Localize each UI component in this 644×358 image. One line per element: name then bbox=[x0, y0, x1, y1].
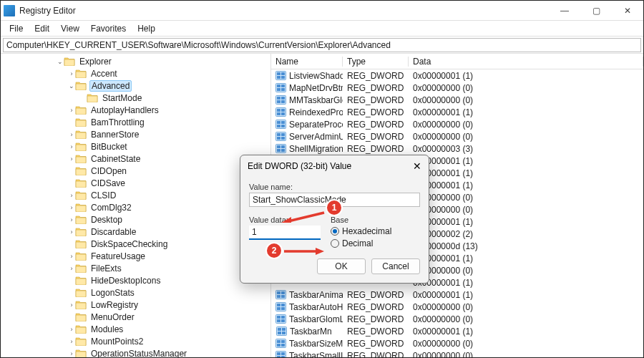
tree-item-label: Desktop bbox=[89, 215, 124, 225]
value-row[interactable]: ServerAdminUIREG_DWORD0x00000000 (0) bbox=[271, 130, 643, 142]
tree-item[interactable]: ›ComDlg32 bbox=[1, 201, 270, 213]
tree-item[interactable]: StartMode bbox=[1, 92, 270, 104]
value-row[interactable]: ListviewShadowREG_DWORD0x00000001 (1) bbox=[271, 69, 643, 82]
reg-value-icon bbox=[275, 339, 286, 349]
svg-rect-32 bbox=[281, 145, 285, 148]
menu-view[interactable]: View bbox=[57, 22, 84, 35]
value-data: 0x00000000 (0) bbox=[409, 193, 643, 203]
tree-item[interactable]: ›Discardable bbox=[1, 226, 270, 238]
tree-item-label: OperationStatusManager bbox=[89, 349, 188, 358]
menu-file[interactable]: File bbox=[5, 22, 27, 35]
close-button[interactable]: ✕ bbox=[612, 1, 643, 20]
chevron-down-icon[interactable]: ⌄ bbox=[68, 82, 75, 90]
minimize-button[interactable]: — bbox=[549, 1, 580, 20]
chevron-right-icon[interactable]: › bbox=[68, 155, 75, 163]
folder-icon bbox=[75, 130, 87, 139]
reg-value-icon bbox=[275, 144, 286, 154]
dialog-close-button[interactable]: ✕ bbox=[413, 160, 421, 172]
tree-item[interactable]: ›AutoplayHandlers bbox=[1, 104, 270, 116]
tree-item-label: FeatureUsage bbox=[89, 251, 147, 261]
value-type: REG_DWORD bbox=[343, 302, 409, 312]
address-input[interactable] bbox=[3, 38, 641, 52]
col-type[interactable]: Type bbox=[343, 57, 409, 67]
radio-decimal[interactable]: Decimal bbox=[331, 238, 391, 248]
chevron-right-icon[interactable]: › bbox=[68, 265, 75, 272]
chevron-right-icon[interactable]: › bbox=[68, 301, 75, 309]
chevron-right-icon[interactable]: › bbox=[68, 216, 75, 223]
chevron-right-icon[interactable]: › bbox=[68, 204, 75, 211]
tree-item[interactable]: ›Accent bbox=[1, 67, 270, 79]
chevron-right-icon[interactable]: › bbox=[68, 143, 75, 150]
menu-favorites[interactable]: Favorites bbox=[87, 22, 130, 35]
tree-item[interactable]: ›Modules bbox=[1, 323, 270, 335]
tree-item-label: CIDSave bbox=[89, 178, 127, 188]
tree-item[interactable]: HideDesktopIcons bbox=[1, 274, 270, 286]
folder-icon bbox=[75, 178, 87, 188]
chevron-right-icon[interactable]: › bbox=[68, 326, 75, 333]
chevron-right-icon[interactable]: › bbox=[68, 107, 75, 114]
tree-item[interactable]: BamThrottling bbox=[1, 116, 270, 128]
value-row[interactable]: TaskbarSmallIconsREG_DWORD0x00000000 (0) bbox=[271, 349, 643, 357]
svg-rect-48 bbox=[277, 295, 280, 298]
value-row[interactable]: TaskbarMnREG_DWORD0x00000001 (1) bbox=[271, 325, 643, 337]
radio-hexadecimal[interactable]: Hexadecimal bbox=[331, 226, 391, 236]
value-row[interactable]: MapNetDrvBtnREG_DWORD0x00000000 (0) bbox=[271, 82, 643, 94]
tree-item-label: Accent bbox=[89, 69, 119, 79]
chevron-right-icon[interactable]: › bbox=[68, 338, 75, 345]
svg-rect-2 bbox=[281, 72, 285, 75]
svg-rect-52 bbox=[281, 304, 285, 306]
tree-item[interactable]: ›FileExts bbox=[1, 262, 270, 274]
tree-item[interactable]: MenuOrder bbox=[1, 311, 270, 323]
value-row[interactable]: TaskbarAnimati...REG_DWORD0x00000001 (1) bbox=[271, 289, 643, 301]
maximize-button[interactable]: ▢ bbox=[580, 1, 612, 20]
value-data: 0x00000001 (1) bbox=[409, 107, 643, 117]
radio-dec-icon bbox=[331, 239, 339, 248]
tree-item[interactable]: DiskSpaceChecking bbox=[1, 238, 270, 250]
tree-item[interactable]: CIDSave bbox=[1, 177, 270, 189]
tree-item[interactable]: ›Desktop bbox=[1, 213, 270, 226]
cancel-button[interactable]: Cancel bbox=[371, 258, 420, 274]
menu-edit[interactable]: Edit bbox=[30, 22, 54, 35]
tree-pane[interactable]: ⌄Explorer›Accent⌄AdvancedStartMode›Autop… bbox=[1, 54, 271, 357]
value-row[interactable]: TaskbarAutoHide...REG_DWORD0x00000000 (0… bbox=[271, 301, 643, 313]
chevron-right-icon[interactable]: › bbox=[68, 131, 75, 138]
value-type: REG_DWORD bbox=[343, 120, 409, 130]
value-row[interactable]: ShellMigrationLe...REG_DWORD0x00000003 (… bbox=[271, 142, 643, 155]
tree-item[interactable]: ⌄Advanced bbox=[1, 79, 270, 92]
svg-rect-4 bbox=[281, 76, 285, 79]
value-data-input[interactable] bbox=[249, 226, 321, 240]
svg-rect-1 bbox=[277, 72, 280, 75]
tree-item[interactable]: ⌄Explorer bbox=[1, 55, 270, 67]
tree-item[interactable]: ›BannerStore bbox=[1, 128, 270, 140]
col-data[interactable]: Data bbox=[409, 57, 643, 67]
chevron-right-icon[interactable]: › bbox=[68, 350, 75, 357]
chevron-down-icon[interactable]: ⌄ bbox=[57, 58, 64, 65]
svg-rect-22 bbox=[281, 121, 285, 124]
chevron-right-icon[interactable]: › bbox=[68, 70, 75, 77]
tree-item[interactable]: ›OperationStatusManager bbox=[1, 347, 270, 357]
chevron-right-icon[interactable]: › bbox=[68, 192, 75, 199]
value-row[interactable]: TaskbarSizeMoveREG_DWORD0x00000000 (0) bbox=[271, 337, 643, 349]
tree-item[interactable]: ›BitBucket bbox=[1, 140, 270, 153]
reg-value-icon bbox=[275, 95, 286, 105]
value-name: TaskbarSizeMove bbox=[289, 339, 343, 349]
chevron-right-icon[interactable]: › bbox=[68, 253, 75, 260]
tree-item[interactable]: ›MountPoints2 bbox=[1, 335, 270, 347]
value-row[interactable]: SeparateProcessREG_DWORD0x00000000 (0) bbox=[271, 118, 643, 130]
menu-help[interactable]: Help bbox=[133, 22, 160, 35]
value-name: TaskbarMn bbox=[290, 326, 332, 337]
tree-item[interactable]: ›FeatureUsage bbox=[1, 250, 270, 262]
col-name[interactable]: Name bbox=[271, 57, 343, 67]
value-row[interactable]: ReindexedProfileREG_DWORD0x00000001 (1) bbox=[271, 106, 643, 118]
tree-item[interactable]: ›CLSID bbox=[1, 189, 270, 201]
tree-item[interactable]: ›CabinetState bbox=[1, 153, 270, 165]
chevron-right-icon[interactable]: › bbox=[68, 228, 75, 236]
tree-item[interactable]: ›LowRegistry bbox=[1, 299, 270, 311]
tree-item[interactable]: LogonStats bbox=[1, 286, 270, 299]
tree-item[interactable]: CIDOpen bbox=[1, 165, 270, 177]
svg-rect-8 bbox=[277, 88, 280, 91]
value-row[interactable]: TaskbarGlomLevelREG_DWORD0x00000000 (0) bbox=[271, 313, 643, 325]
value-data-label: Value data: bbox=[249, 216, 321, 224]
ok-button[interactable]: OK bbox=[317, 258, 366, 274]
value-row[interactable]: MMTaskbarGlom...REG_DWORD0x00000000 (0) bbox=[271, 94, 643, 106]
